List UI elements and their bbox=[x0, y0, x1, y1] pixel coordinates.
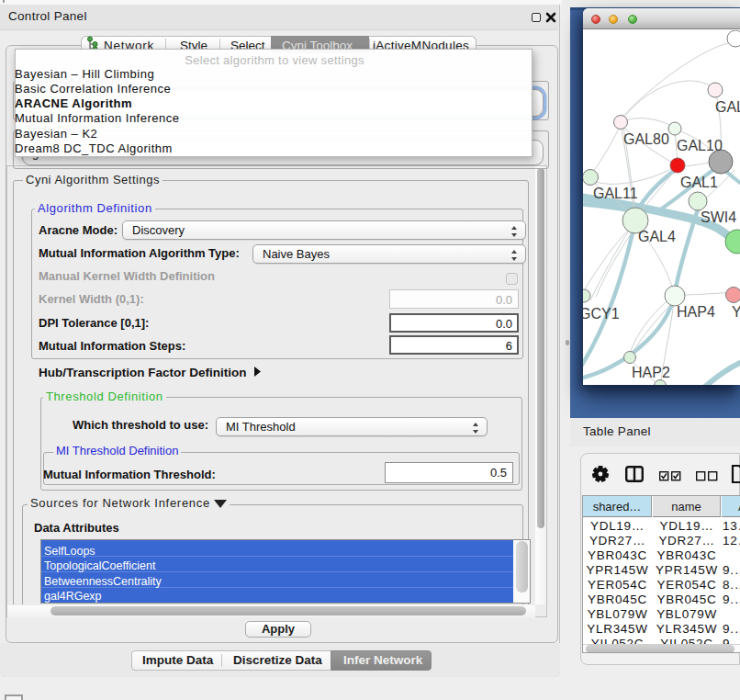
svg-text:GAL1: GAL1 bbox=[680, 175, 718, 190]
svg-text:HAP2: HAP2 bbox=[632, 365, 670, 380]
svg-text:GAL: GAL bbox=[715, 99, 740, 115]
svg-text:GAL10: GAL10 bbox=[677, 138, 723, 153]
svg-text:GCY1: GCY1 bbox=[583, 306, 620, 322]
svg-text:Y: Y bbox=[732, 304, 740, 320]
svg-text:GAL4: GAL4 bbox=[638, 229, 676, 244]
svg-text:SWI4: SWI4 bbox=[701, 209, 736, 225]
svg-text:GAL11: GAL11 bbox=[593, 186, 638, 201]
svg-text:HAP4: HAP4 bbox=[677, 304, 715, 320]
svg-text:GAL80: GAL80 bbox=[623, 131, 669, 147]
